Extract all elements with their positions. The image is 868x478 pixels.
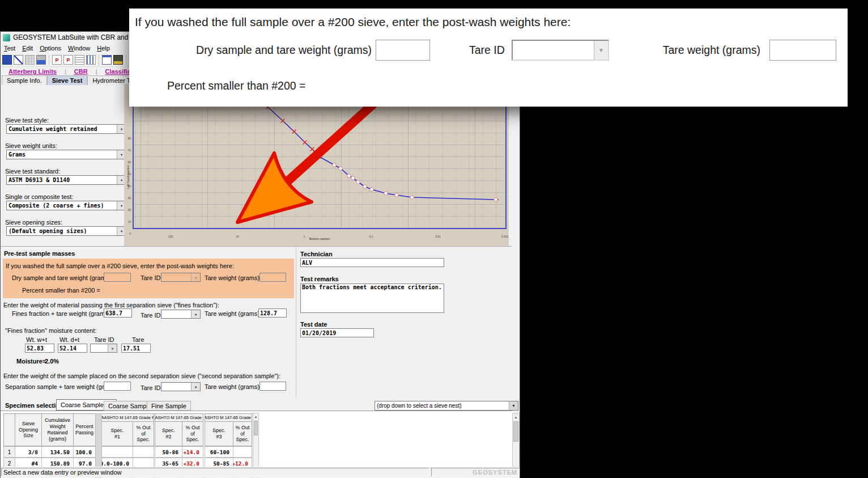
- callout-tare-id-label: Tare ID: [469, 44, 505, 57]
- moisture-label: Moisture=: [16, 358, 46, 365]
- row-number-header: [3, 413, 15, 446]
- test-date-label: Test date: [300, 321, 327, 328]
- toolbar-separator: [49, 55, 49, 65]
- spec-column-header-3: % Out of Spec.: [182, 421, 203, 446]
- menu-help[interactable]: Help: [93, 44, 113, 53]
- menu-edit[interactable]: Edit: [19, 44, 36, 53]
- wt-wet-tare-input[interactable]: [25, 344, 54, 353]
- save-icon[interactable]: [2, 55, 12, 65]
- fines-tare-id-label: Tare ID: [141, 312, 160, 319]
- technician-label: Technician: [300, 251, 333, 257]
- brand-label: GEOSYSTEM: [431, 468, 520, 476]
- test-date-input[interactable]: [300, 328, 374, 337]
- moisture-value: 2.0%: [45, 358, 59, 365]
- moisture-tare-id-dropdown[interactable]: ▼: [90, 344, 117, 353]
- chart-bottom-caption: Bottom caption: [309, 237, 330, 240]
- fines-tare-id-dropdown[interactable]: ▼: [161, 310, 201, 319]
- y-tick-50: 50: [123, 172, 131, 176]
- fines-instruction: Enter the weight of material passing the…: [3, 302, 219, 308]
- toolbar-separator: [99, 55, 99, 65]
- fines-fraction-label: Fines fraction + tare weight (grams): [12, 310, 101, 317]
- scroll-up-icon[interactable]: ▲: [513, 414, 519, 421]
- report-list-icon[interactable]: [75, 55, 84, 65]
- x-tick-10: 10: [236, 235, 239, 238]
- cell-row1-out2: +14.0: [182, 446, 203, 458]
- technician-input[interactable]: [300, 258, 444, 267]
- column-header-2: Percent Passing: [73, 413, 96, 446]
- wash-tare-id-dropdown[interactable]: ▼: [161, 273, 201, 282]
- chevron-down-icon: ▼: [594, 41, 608, 60]
- spec-group-header-2: AASHTO M 147-65 Grade C: [155, 413, 203, 422]
- column-header-0: Sieve Opening Size: [15, 413, 42, 446]
- tab-sievetest[interactable]: Sieve Test: [47, 75, 88, 85]
- lab-apparatus-icon[interactable]: [36, 55, 46, 65]
- dry-sample-input[interactable]: [104, 273, 131, 282]
- tab-sampleinfo[interactable]: Sample Info.: [2, 75, 47, 85]
- module-tab-atterberg-limits[interactable]: Atterberg Limits: [1, 68, 65, 75]
- callout-percent-label: Percent smaller than #200 =: [167, 79, 305, 92]
- wt-wt-header: Wt. w+t: [26, 336, 47, 343]
- scroll-up-icon[interactable]: ▲: [253, 413, 258, 420]
- cell-row1-out1: [133, 446, 154, 458]
- dry-sample-label: Dry sample and tare weight (grams): [12, 274, 101, 281]
- wt-dry-tare-input[interactable]: [58, 344, 87, 353]
- x-tick-0.001: 0.001: [501, 235, 509, 238]
- left-panel-dropdown-4[interactable]: (Default opening sizes)▼: [6, 226, 126, 236]
- separation-sample-input[interactable]: [104, 382, 131, 391]
- callout-heading: If you washed the full sample over a #20…: [135, 15, 571, 29]
- separation-instruction: Enter the weight of the sample placed on…: [3, 373, 280, 379]
- scrollbar-thumb[interactable]: [513, 421, 518, 442]
- row-number: 1: [3, 446, 15, 458]
- calculator-icon[interactable]: [25, 55, 35, 65]
- spec-group-header-1: AASHTO M 147-65 Grade F: [101, 413, 154, 422]
- left-panel-dropdown-2[interactable]: ASTM D6913 & D1140▼: [6, 175, 126, 185]
- graph-icon[interactable]: [14, 55, 23, 65]
- pdf-export-icon-2[interactable]: P: [63, 55, 73, 65]
- pdf-export-icon[interactable]: P: [52, 55, 62, 65]
- spec-column-header-1: % Out of Spec.: [133, 421, 154, 446]
- x-tick-0.01: 0.01: [435, 235, 441, 238]
- y-tick-0: 0: [123, 232, 131, 235]
- wash-tare-weight-input[interactable]: [259, 273, 286, 282]
- callout-tare-weight-input[interactable]: [769, 40, 836, 61]
- spec-group-header-3: AASHTO M 147-65 Grade D: [205, 413, 252, 422]
- divider: [1, 246, 512, 247]
- separation-sample-label: Separation sample + tare weight (grams): [5, 383, 101, 390]
- callout-dry-sample-input[interactable]: [376, 40, 430, 61]
- cell-row1-spec2: 50-86: [155, 446, 182, 458]
- menu-window[interactable]: Window: [65, 44, 93, 53]
- sieve-options-panel: Sieve test style:Cumulative weight retai…: [1, 85, 131, 246]
- menu-test[interactable]: Test: [1, 44, 19, 53]
- pretest-section-title: Pre-test sample masses: [4, 250, 75, 257]
- test-remarks-textarea[interactable]: Both fractions meet acceptance criterion…: [300, 284, 444, 313]
- status-bar: Select a new data entry or preview windo…: [1, 467, 520, 477]
- separation-tare-id-dropdown[interactable]: ▼: [161, 382, 201, 391]
- cell-row1-out3: [233, 446, 252, 458]
- chevron-down-icon: ▼: [509, 401, 518, 410]
- menu-options[interactable]: Options: [36, 44, 65, 53]
- chevron-down-icon: ▼: [191, 383, 200, 391]
- x-tick-100: 100: [168, 235, 173, 238]
- window-icon[interactable]: [102, 55, 112, 65]
- scrollbar-thumb[interactable]: [254, 421, 258, 435]
- separation-tare-weight-input[interactable]: [259, 382, 286, 391]
- fines-tare-weight-input[interactable]: [258, 308, 287, 318]
- data-columns-icon[interactable]: [86, 55, 96, 65]
- left-panel-dropdown-0[interactable]: Cumulative weight retained▼: [6, 124, 126, 134]
- y-tick-20: 20: [123, 208, 131, 211]
- wash-tare-weight-label: Tare weight (grams): [205, 274, 257, 281]
- callout-tare-id-dropdown[interactable]: ▼: [512, 40, 609, 61]
- left-panel-dropdown-3[interactable]: Composite (2 coarse + fines)▼: [6, 201, 126, 210]
- module-tab-cbr[interactable]: CBR: [66, 68, 96, 75]
- drive-icon[interactable]: [113, 55, 123, 65]
- callout-tare-weight-label: Tare weight (grams): [639, 44, 760, 57]
- moisture-tare-input[interactable]: [121, 344, 151, 353]
- separation-tare-id-label: Tare ID: [141, 384, 160, 391]
- wash-tare-id-label: Tare ID: [141, 274, 160, 281]
- left-panel-dropdown-1[interactable]: Grams▼: [6, 150, 126, 159]
- fines-fraction-input[interactable]: [104, 308, 132, 318]
- y-tick-40: 40: [123, 184, 131, 188]
- y-tick-80: 80: [123, 137, 131, 140]
- specimen-tab-3[interactable]: Fine Sample: [147, 401, 191, 411]
- sieve-nest-dropdown[interactable]: (drop down to select a sieve nest) ▼: [375, 401, 518, 411]
